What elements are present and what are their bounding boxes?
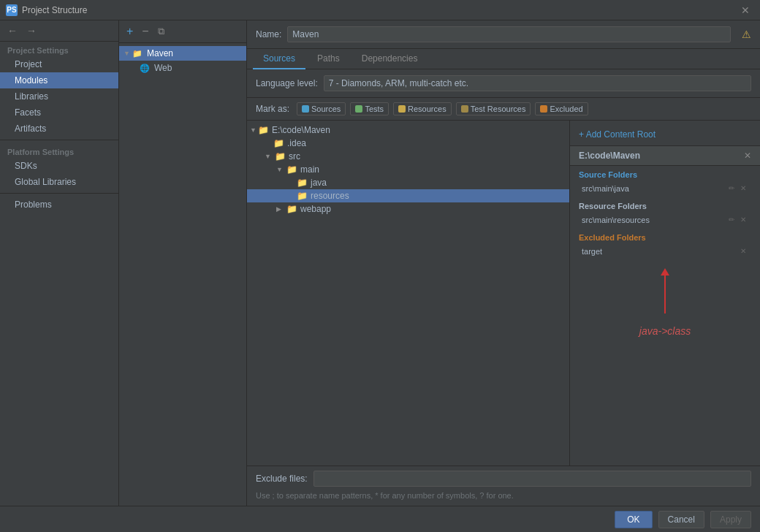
exclude-files-input[interactable] xyxy=(314,471,751,487)
add-content-root-bar: + Add Content Root xyxy=(570,126,760,146)
split-area: ▼ 📁 E:\code\Maven 📁 .idea ▼ 📁 src xyxy=(247,121,760,466)
resource-folder-edit-0[interactable]: ✏ xyxy=(726,215,737,224)
module-tree: ▼ 📁 Maven 🌐 Web xyxy=(119,43,246,506)
window-title: Project Structure xyxy=(22,5,737,15)
mark-as-sources-button[interactable]: Sources xyxy=(297,102,346,115)
resource-folder-remove-0[interactable]: ✕ xyxy=(738,215,748,224)
project-settings-label: Project Settings xyxy=(0,42,118,56)
webapp-arrow: ▶ xyxy=(276,205,285,213)
test-resources-dot xyxy=(461,105,468,113)
back-button[interactable]: ← xyxy=(4,23,20,38)
lang-bar: Language level: 7 - Diamonds, ARM, multi… xyxy=(247,69,760,98)
file-tree-src[interactable]: ▼ 📁 src xyxy=(247,150,569,163)
close-button[interactable]: ✕ xyxy=(737,3,754,18)
file-tree-java[interactable]: 📁 java xyxy=(247,176,569,189)
mark-as-tests-button[interactable]: Tests xyxy=(350,102,389,115)
sidebar-item-artifacts[interactable]: Artifacts xyxy=(0,121,118,137)
mark-as-test-resources-button[interactable]: Test Resources xyxy=(456,102,531,115)
warning-icon: ⚠ xyxy=(742,28,751,40)
ok-button[interactable]: OK xyxy=(615,511,652,528)
title-bar: PS Project Structure ✕ xyxy=(0,0,760,20)
module-toolbar: + − ⧉ xyxy=(119,20,246,43)
sidebar-item-problems[interactable]: Problems xyxy=(0,197,118,213)
sidebar-item-libraries[interactable]: Libraries xyxy=(0,88,118,104)
sources-dot xyxy=(302,105,309,113)
sidebar-item-sdks[interactable]: SDKs xyxy=(0,158,118,174)
source-folder-entry-0: src\main\java ✏ ✕ xyxy=(579,182,751,194)
webapp-folder-icon: 📁 xyxy=(286,204,297,214)
exclude-row: Exclude files: xyxy=(256,471,751,487)
hint-text: Use ; to separate name patterns, * for a… xyxy=(256,490,751,501)
arrow-annotation: java->class xyxy=(570,260,760,344)
tab-dependencies[interactable]: Dependencies xyxy=(352,49,428,69)
resource-folders-title: Resource Folders xyxy=(579,202,751,210)
module-tree-item-web[interactable]: 🌐 Web xyxy=(119,61,246,75)
source-folders-section: Source Folders src\main\java ✏ ✕ xyxy=(570,166,760,197)
sidebar-divider-2 xyxy=(0,193,118,194)
apply-button[interactable]: Apply xyxy=(710,511,751,528)
file-tree-resources[interactable]: 📁 resources xyxy=(247,189,569,202)
module-icon-maven: 📁 xyxy=(132,49,144,58)
name-bar: Name: ⚠ xyxy=(247,20,760,49)
excluded-folders-section: Excluded Folders target ✕ xyxy=(570,229,760,260)
sidebar-item-modules[interactable]: Modules xyxy=(0,72,118,88)
main-arrow: ▼ xyxy=(276,166,285,173)
name-label: Name: xyxy=(256,29,281,39)
excluded-folder-remove-0[interactable]: ✕ xyxy=(738,246,748,256)
mark-as-bar: Mark as: Sources Tests Resources Test Re… xyxy=(247,98,760,121)
copy-module-button[interactable]: ⧉ xyxy=(155,24,167,39)
add-content-root-button[interactable]: + Add Content Root xyxy=(579,129,656,140)
module-tree-item-maven[interactable]: ▼ 📁 Maven xyxy=(119,46,246,61)
idea-folder-icon: 📁 xyxy=(273,138,284,148)
name-input[interactable] xyxy=(287,26,731,42)
content-root-close-button[interactable]: ✕ xyxy=(744,151,751,161)
tab-paths[interactable]: Paths xyxy=(307,49,350,69)
tab-sources[interactable]: Sources xyxy=(253,49,305,69)
sidebar-nav: ← → xyxy=(0,20,118,42)
resources-dot xyxy=(398,105,406,113)
source-folder-remove-0[interactable]: ✕ xyxy=(738,183,748,193)
file-tree-panel: ▼ 📁 E:\code\Maven 📁 .idea ▼ 📁 src xyxy=(247,121,570,466)
resource-folder-entry-0: src\main\resources ✏ ✕ xyxy=(579,213,751,226)
file-tree-idea[interactable]: 📁 .idea xyxy=(247,137,569,150)
content-area: Name: ⚠ Sources Paths Dependencies xyxy=(247,20,760,506)
excluded-dot xyxy=(540,105,547,113)
sidebar-item-global-libraries[interactable]: Global Libraries xyxy=(0,174,118,190)
excluded-folder-entry-0: target ✕ xyxy=(579,245,751,257)
file-tree-webapp[interactable]: ▶ 📁 webapp xyxy=(247,202,569,216)
resource-folder-path-0: src\main\resources xyxy=(582,216,726,224)
source-folder-edit-0[interactable]: ✏ xyxy=(726,183,737,193)
resource-folder-actions-0: ✏ ✕ xyxy=(726,215,748,224)
source-folders-title: Source Folders xyxy=(579,170,751,179)
src-folder-icon: 📁 xyxy=(275,151,286,162)
source-folder-path-0: src\main\java xyxy=(582,184,726,193)
sidebar-divider-1 xyxy=(0,140,118,140)
add-module-button[interactable]: + xyxy=(123,23,136,39)
sidebar-item-facets[interactable]: Facets xyxy=(0,104,118,121)
main-folder-icon: 📁 xyxy=(286,164,297,175)
expand-arrow-maven: ▼ xyxy=(123,50,132,57)
annotation-text: java->class xyxy=(639,325,691,337)
cancel-button[interactable]: Cancel xyxy=(658,511,704,528)
language-level-label: Language level: xyxy=(256,78,318,88)
file-tree-main[interactable]: ▼ 📁 main xyxy=(247,163,569,176)
arrow-head xyxy=(661,268,669,276)
resource-folders-section: Resource Folders src\main\resources ✏ ✕ xyxy=(570,197,760,229)
language-level-select[interactable]: 7 - Diamonds, ARM, multi-catch etc. xyxy=(324,75,751,91)
exclude-files-label: Exclude files: xyxy=(256,474,308,484)
module-panel: + − ⧉ ▼ 📁 Maven 🌐 Web xyxy=(119,20,247,506)
resources-folder-icon: 📁 xyxy=(297,191,308,201)
bottom-bar: Exclude files: Use ; to separate name pa… xyxy=(247,466,760,506)
file-tree-root[interactable]: ▼ 📁 E:\code\Maven xyxy=(247,123,569,137)
remove-module-button[interactable]: − xyxy=(139,23,151,39)
mark-as-excluded-button[interactable]: Excluded xyxy=(535,102,588,115)
forward-button[interactable]: → xyxy=(23,23,39,38)
tabs-bar: Sources Paths Dependencies xyxy=(247,49,760,69)
tests-dot xyxy=(355,105,362,113)
mark-as-label: Mark as: xyxy=(256,104,289,114)
sidebar-item-project[interactable]: Project xyxy=(0,56,118,72)
root-arrow: ▼ xyxy=(250,126,256,134)
mark-as-resources-button[interactable]: Resources xyxy=(393,102,452,115)
app-icon: PS xyxy=(6,4,18,16)
platform-settings-label: Platform Settings xyxy=(0,143,118,158)
